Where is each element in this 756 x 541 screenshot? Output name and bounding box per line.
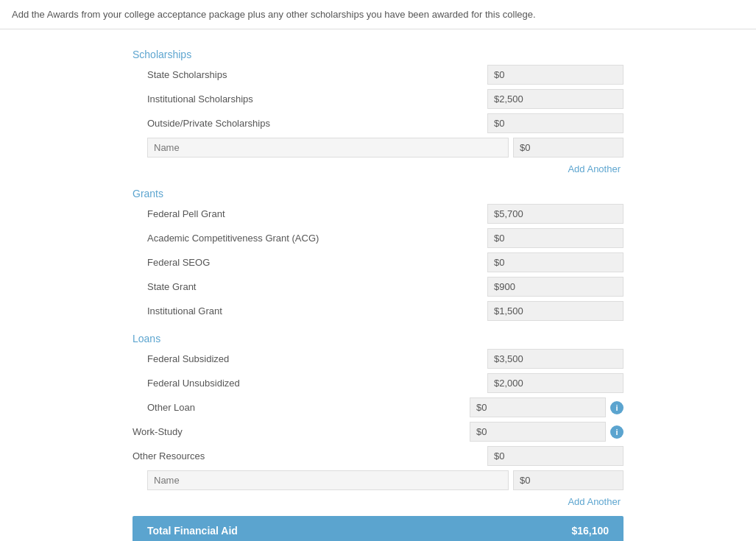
loans-title: Loans xyxy=(133,333,623,344)
other-resources-name-amount-input[interactable] xyxy=(513,470,623,490)
state-scholarships-row: State Scholarships xyxy=(133,65,623,85)
federal-unsubsidized-row: Federal Unsubsidized xyxy=(133,373,623,393)
institutional-grant-label: Institutional Grant xyxy=(147,305,487,317)
scholarships-title: Scholarships xyxy=(133,49,623,60)
institutional-scholarships-label: Institutional Scholarships xyxy=(147,93,487,105)
acg-grant-input[interactable] xyxy=(487,228,623,248)
federal-seog-label: Federal SEOG xyxy=(147,257,487,268)
institutional-grant-input[interactable] xyxy=(487,301,623,321)
institutional-scholarships-row: Institutional Scholarships xyxy=(133,89,623,109)
federal-seog-row: Federal SEOG xyxy=(133,252,623,272)
scholarships-add-another-row: Add Another xyxy=(133,162,623,176)
other-loan-row: Other Loan i xyxy=(133,397,623,417)
work-study-input[interactable] xyxy=(470,422,606,442)
total-bar: Total Financial Aid $16,100 xyxy=(133,516,623,541)
state-grant-row: State Grant xyxy=(133,277,623,297)
intro-text: Add the Awards from your college accepta… xyxy=(0,0,756,29)
main-content: Scholarships State Scholarships Institut… xyxy=(0,29,756,541)
federal-pell-grant-row: Federal Pell Grant xyxy=(133,204,623,224)
other-resources-row: Other Resources xyxy=(133,446,623,466)
work-study-title: Work-Study xyxy=(133,426,470,437)
institutional-grant-row: Institutional Grant xyxy=(133,301,623,321)
other-resources-add-another-button[interactable]: Add Another xyxy=(565,495,623,509)
total-label: Total Financial Aid xyxy=(147,525,571,537)
scholarships-name-amount-input[interactable] xyxy=(513,138,623,158)
other-resources-input[interactable] xyxy=(487,446,623,466)
federal-unsubsidized-input[interactable] xyxy=(487,373,623,393)
total-amount: $16,100 xyxy=(571,525,609,537)
other-resources-name-row xyxy=(133,470,623,490)
other-resources-name-input[interactable] xyxy=(147,470,509,490)
intro-bar: Add the Awards from your college accepta… xyxy=(0,0,756,29)
outside-scholarships-row: Outside/Private Scholarships xyxy=(133,113,623,133)
outside-scholarships-label: Outside/Private Scholarships xyxy=(147,118,487,129)
outside-scholarships-input[interactable] xyxy=(487,113,623,133)
work-study-info-icon[interactable]: i xyxy=(610,425,623,439)
other-resources-add-another-row: Add Another xyxy=(133,495,623,509)
other-loan-label: Other Loan xyxy=(147,402,470,413)
scholarships-name-input[interactable] xyxy=(147,138,509,158)
other-loan-info-icon[interactable]: i xyxy=(610,401,623,414)
state-grant-label: State Grant xyxy=(147,281,487,292)
scholarships-add-another-button[interactable]: Add Another xyxy=(565,162,623,176)
federal-seog-input[interactable] xyxy=(487,252,623,272)
acg-grant-label: Academic Competitiveness Grant (ACG) xyxy=(147,233,487,244)
state-scholarships-label: State Scholarships xyxy=(147,69,487,80)
state-scholarships-input[interactable] xyxy=(487,65,623,85)
federal-subsidized-row: Federal Subsidized xyxy=(133,349,623,369)
acg-grant-row: Academic Competitiveness Grant (ACG) xyxy=(133,228,623,248)
work-study-row: Work-Study i xyxy=(133,422,623,442)
other-resources-title: Other Resources xyxy=(133,450,487,462)
federal-subsidized-label: Federal Subsidized xyxy=(147,353,487,364)
other-loan-input[interactable] xyxy=(470,397,606,417)
institutional-scholarships-input[interactable] xyxy=(487,89,623,109)
federal-subsidized-input[interactable] xyxy=(487,349,623,369)
federal-pell-grant-label: Federal Pell Grant xyxy=(147,208,487,219)
grants-title: Grants xyxy=(133,188,623,199)
state-grant-input[interactable] xyxy=(487,277,623,297)
federal-pell-grant-input[interactable] xyxy=(487,204,623,224)
scholarships-name-row xyxy=(133,138,623,158)
federal-unsubsidized-label: Federal Unsubsidized xyxy=(147,378,487,389)
